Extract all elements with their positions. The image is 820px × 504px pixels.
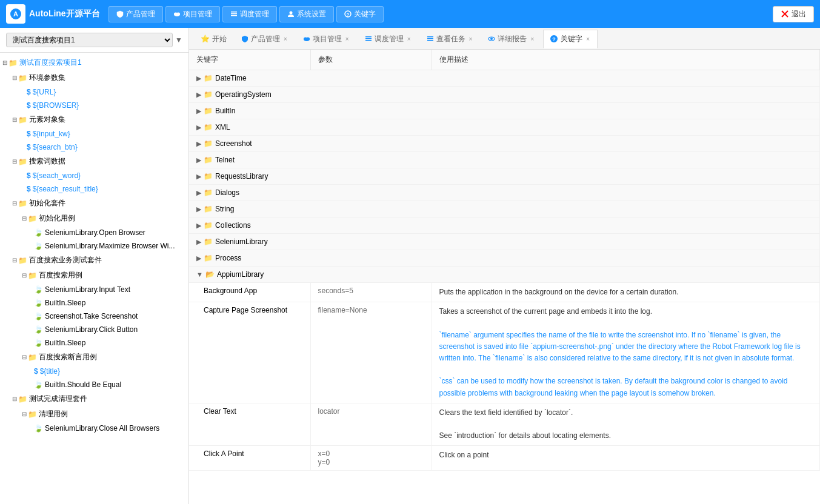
tab-start[interactable]: ⭐ 开始: [194, 30, 233, 48]
library-name-xml[interactable]: ▶ 📁 XML: [196, 123, 812, 131]
tree-item-browser[interactable]: $ ${BROWSER}: [0, 99, 188, 112]
tree-item-clickbtn[interactable]: 🍃 SeleniumLibrary.Click Button: [0, 323, 188, 336]
folder-icon-assertcase: 📁: [28, 353, 37, 362]
library-name-builtin[interactable]: ▶ 📁 BuiltIn: [196, 107, 812, 115]
toggle-icon-os[interactable]: ▶: [196, 91, 201, 99]
logout-btn[interactable]: 退出: [773, 6, 814, 22]
toggle-icon-datetime[interactable]: ▶: [196, 75, 201, 82]
tree-item-screenshot[interactable]: 🍃 Screenshot.Take Screenshot: [0, 310, 188, 323]
tab-close-report[interactable]: ×: [529, 36, 535, 42]
tree-toggle-project[interactable]: ⊟: [2, 59, 7, 66]
library-name-dialogs[interactable]: ▶ 📁 Dialogs: [196, 188, 812, 197]
tree-item-open-browser[interactable]: 🍃 SeleniumLibrary.Open Browser: [0, 226, 188, 239]
tree-item-env[interactable]: ⊟ 📁 环境参数集: [0, 70, 188, 85]
tree-item-searchtitle[interactable]: $ ${seach_result_title}: [0, 182, 188, 196]
project-mgmt-btn[interactable]: 项目管理: [165, 6, 220, 22]
svg-rect-20: [427, 38, 433, 39]
tree-toggle-initcase[interactable]: ⊟: [22, 215, 27, 222]
tree-item-cleanup-suite[interactable]: ⊟ 📁 测试完成清理套件: [0, 391, 188, 406]
tree-item-seachword[interactable]: $ ${seach_word}: [0, 169, 188, 182]
library-name-requests[interactable]: ▶ 📁 RequestsLibrary: [196, 172, 812, 181]
library-name-telnet[interactable]: ▶ 📁 Telnet: [196, 156, 812, 164]
tree-item-project[interactable]: ⊟ 📁 测试百度搜索项目1: [0, 55, 188, 70]
tab-report[interactable]: 详细报告 ×: [481, 30, 542, 48]
tree-toggle-bizsuite[interactable]: ⊟: [12, 257, 17, 264]
tree-toggle-initsuite[interactable]: ⊟: [12, 200, 17, 207]
toggle-icon-requests[interactable]: ▶: [196, 173, 201, 181]
tree-item-sleep2[interactable]: 🍃 BuiltIn.Sleep: [0, 336, 188, 350]
tab-schedule[interactable]: 调度管理 ×: [358, 30, 419, 48]
library-row-datetime: ▶ 📁 DateTime: [189, 70, 820, 87]
var-icon-seachword: $: [27, 171, 31, 180]
tree-item-url[interactable]: $ ${URL}: [0, 85, 188, 99]
tab-close-product[interactable]: ×: [282, 36, 288, 42]
library-name-string[interactable]: ▶ 📁 String: [196, 205, 812, 213]
tree-item-searchbtn[interactable]: $ ${search_btn}: [0, 141, 188, 154]
tree-toggle-env[interactable]: ⊟: [12, 75, 17, 81]
tree-item-biz-suite[interactable]: ⊟ 📁 百度搜索业务测试套件: [0, 253, 188, 268]
tree-item-closeallbrowsers[interactable]: 🍃 SeleniumLibrary.Close All Browsers: [0, 422, 188, 435]
toggle-icon-dialogs[interactable]: ▶: [196, 189, 201, 197]
tab-viewtask[interactable]: 查看任务 ×: [420, 30, 481, 48]
tree-item-search-case[interactable]: ⊟ 📁 百度搜索用例: [0, 268, 188, 283]
tree-item-sleep1[interactable]: 🍃 BuiltIn.Sleep: [0, 296, 188, 310]
tab-close-schedule[interactable]: ×: [406, 36, 412, 42]
tab-keyword[interactable]: ? 关键字 ×: [543, 30, 598, 48]
library-cell-telnet: ▶ 📁 Telnet: [189, 152, 820, 168]
tree-label-searchtitle: ${seach_result_title}: [33, 185, 98, 193]
dropdown-arrow-icon[interactable]: ▼: [175, 36, 182, 44]
toggle-icon-collections[interactable]: ▶: [196, 222, 201, 230]
library-name-appium[interactable]: ▼ 📂 AppiumLibrary: [196, 270, 812, 279]
library-row-telnet: ▶ 📁 Telnet: [189, 152, 820, 168]
tree-label-maximize: SeleniumLibrary.Maximize Browser Wi...: [45, 242, 175, 250]
library-label-requests: RequestsLibrary: [215, 172, 268, 181]
tree-toggle-cleanupsuite[interactable]: ⊟: [12, 396, 17, 402]
tree-toggle-searchwords[interactable]: ⊟: [12, 158, 17, 165]
toggle-icon-appium[interactable]: ▼: [196, 271, 203, 278]
tree-toggle-assertcase[interactable]: ⊟: [22, 354, 27, 360]
tree-item-inputtext[interactable]: 🍃 SeleniumLibrary.Input Text: [0, 283, 188, 296]
toggle-icon-selenium[interactable]: ▶: [196, 238, 201, 246]
schedule-mgmt-btn[interactable]: 调度管理: [222, 6, 277, 22]
tree-toggle-cleanupcase[interactable]: ⊟: [22, 411, 27, 417]
toggle-icon-process[interactable]: ▶: [196, 254, 201, 262]
tab-close-viewtask[interactable]: ×: [468, 36, 474, 42]
tree-item-searchwords[interactable]: ⊟ 📁 搜索词数据: [0, 154, 188, 169]
toggle-icon-string[interactable]: ▶: [196, 205, 201, 213]
tab-close-keyword[interactable]: ×: [585, 36, 591, 42]
library-name-os[interactable]: ▶ 📁 OperatingSystem: [196, 90, 812, 99]
library-name-screenshot[interactable]: ▶ 📁 Screenshot: [196, 139, 812, 148]
toggle-icon-xml[interactable]: ▶: [196, 124, 201, 131]
library-name-selenium[interactable]: ▶ 📁 SeleniumLibrary: [196, 237, 812, 246]
keyword-btn[interactable]: ? 关键字: [336, 6, 384, 22]
tree-item-inputkw[interactable]: $ ${input_kw}: [0, 127, 188, 141]
tree-toggle-elements[interactable]: ⊟: [12, 116, 17, 123]
tree-item-elements[interactable]: ⊟ 📁 元素对象集: [0, 112, 188, 127]
system-settings-btn[interactable]: 系统设置: [279, 6, 334, 22]
tree-toggle-searchcase[interactable]: ⊟: [22, 272, 27, 279]
tree-item-assert-case[interactable]: ⊟ 📁 百度搜索断言用例: [0, 350, 188, 365]
library-name-collections[interactable]: ▶ 📁 Collections: [196, 221, 812, 230]
tree-item-title-var[interactable]: $ ${title}: [0, 365, 188, 378]
tree-label-searchcase: 百度搜索用例: [39, 270, 82, 280]
tree-item-maximize[interactable]: 🍃 SeleniumLibrary.Maximize Browser Wi...: [0, 239, 188, 253]
svg-rect-21: [427, 40, 433, 41]
tree-item-cleanup-case[interactable]: ⊟ 📁 清理用例: [0, 406, 188, 422]
project-select[interactable]: 测试百度搜索项目1: [6, 33, 173, 47]
library-name-datetime[interactable]: ▶ 📁 DateTime: [196, 74, 812, 82]
library-row-screenshot: ▶ 📁 Screenshot: [189, 136, 820, 152]
toggle-icon-screenshot[interactable]: ▶: [196, 140, 201, 148]
product-mgmt-btn[interactable]: 产品管理: [108, 6, 163, 22]
tree-item-init-suite[interactable]: ⊟ 📁 初始化套件: [0, 196, 188, 211]
tree-label-openbrowser: SeleniumLibrary.Open Browser: [45, 228, 145, 237]
tab-close-project[interactable]: ×: [344, 36, 350, 42]
tree-item-init-case[interactable]: ⊟ 📁 初始化用例: [0, 211, 188, 226]
library-row-os: ▶ 📁 OperatingSystem: [189, 87, 820, 103]
tab-project[interactable]: 项目管理 ×: [296, 30, 357, 48]
tree-item-shouldbeequal[interactable]: 🍃 BuiltIn.Should Be Equal: [0, 378, 188, 391]
toggle-icon-telnet[interactable]: ▶: [196, 156, 201, 164]
tab-product[interactable]: 产品管理 ×: [235, 30, 295, 48]
library-label-datetime: DateTime: [215, 74, 247, 82]
library-name-process[interactable]: ▶ 📁 Process: [196, 254, 812, 262]
toggle-icon-builtin[interactable]: ▶: [196, 107, 201, 115]
